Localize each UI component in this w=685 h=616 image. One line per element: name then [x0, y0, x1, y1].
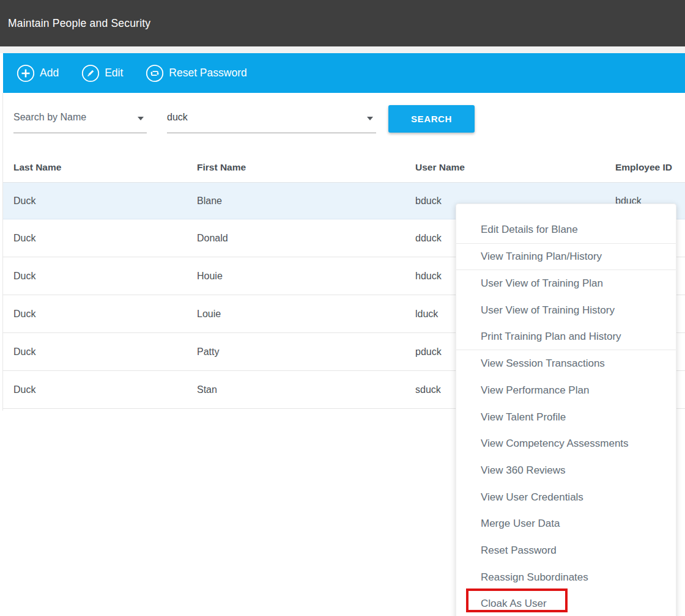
- search-by-select[interactable]: Search by Name: [13, 105, 147, 133]
- search-query-field[interactable]: [167, 105, 376, 133]
- menu-item-reset-password[interactable]: Reset Password: [456, 537, 676, 564]
- menu-item-view-talent-profile[interactable]: View Talent Profile: [456, 404, 676, 431]
- table-header-row: Last Name First Name User Name Employee …: [3, 153, 685, 182]
- cell-first-name: Stan: [197, 384, 415, 395]
- reset-password-button[interactable]: Reset Password: [146, 64, 246, 82]
- menu-item-view-performance-plan[interactable]: View Performance Plan: [456, 377, 676, 404]
- menu-item-view-training-plan-history[interactable]: View Training Plan/History: [456, 244, 676, 271]
- edit-button-label: Edit: [105, 67, 123, 79]
- cell-first-name: Blane: [197, 196, 415, 207]
- menu-item-view-session-transactions[interactable]: View Session Transactions: [456, 350, 676, 377]
- search-by-select-value: Search by Name: [13, 105, 147, 130]
- menu-item-print-training-plan[interactable]: Print Training Plan and History: [456, 324, 676, 351]
- col-header-user-name: User Name: [415, 162, 615, 173]
- menu-item-merge-user-data[interactable]: Merge User Data: [456, 511, 676, 538]
- reset-password-button-label: Reset Password: [169, 67, 246, 79]
- col-header-employee-id: Employee ID: [615, 162, 685, 173]
- header-gap: [0, 46, 685, 53]
- menu-item-user-view-training-plan[interactable]: User View of Training Plan: [456, 270, 676, 297]
- edit-button[interactable]: Edit: [81, 64, 123, 82]
- menu-item-view-360-reviews[interactable]: View 360 Reviews: [456, 457, 676, 484]
- cell-first-name: Louie: [197, 309, 415, 320]
- menu-item-user-view-training-history[interactable]: User View of Training History: [456, 297, 676, 324]
- cell-first-name: Donald: [197, 233, 415, 244]
- cell-last-name: Duck: [13, 233, 197, 244]
- cell-last-name: Duck: [13, 309, 197, 320]
- cell-last-name: Duck: [13, 384, 197, 395]
- cell-first-name: Patty: [197, 346, 415, 358]
- cell-last-name: Duck: [13, 196, 197, 207]
- add-button[interactable]: Add: [17, 64, 59, 82]
- page-title: Maintain People and Security: [0, 17, 150, 30]
- search-input[interactable]: [167, 105, 350, 130]
- chevron-down-icon: [367, 117, 373, 120]
- col-header-first-name: First Name: [197, 162, 415, 173]
- pencil-circle-icon: [81, 64, 100, 82]
- chevron-down-icon: [138, 117, 144, 120]
- cell-first-name: Houie: [197, 271, 415, 282]
- row-context-menu: Edit Details for Blane View Training Pla…: [456, 204, 676, 616]
- add-button-label: Add: [40, 67, 59, 79]
- repeat-circle-icon: [146, 64, 164, 82]
- plus-circle-icon: [17, 64, 35, 82]
- menu-item-cloak-as-user[interactable]: Cloak As User: [456, 591, 676, 616]
- app-header: Maintain People and Security: [0, 0, 685, 46]
- cell-last-name: Duck: [13, 271, 197, 282]
- menu-item-reassign-subordinates[interactable]: Reassign Subordinates: [456, 564, 676, 591]
- cell-last-name: Duck: [13, 346, 197, 358]
- action-toolbar: Add Edit Reset Password: [3, 53, 685, 93]
- menu-item-edit-details[interactable]: Edit Details for Blane: [456, 217, 676, 244]
- search-button[interactable]: SEARCH: [388, 105, 475, 133]
- col-header-last-name: Last Name: [13, 162, 197, 173]
- menu-item-view-user-credentials[interactable]: View User Credentials: [456, 484, 676, 511]
- menu-item-view-competency-assessments[interactable]: View Competency Assessments: [456, 431, 676, 458]
